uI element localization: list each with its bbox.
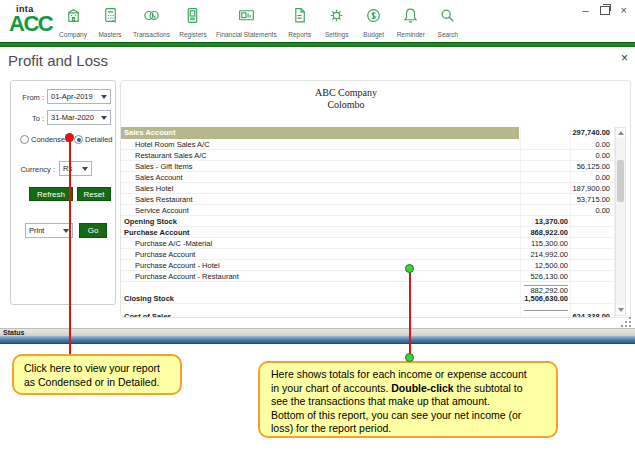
table-row[interactable]: Sales Account 0.00 xyxy=(121,172,614,183)
condensed-radio[interactable] xyxy=(20,135,29,144)
toolbar-item-reminder[interactable]: Reminder xyxy=(397,6,425,38)
window-close-button[interactable]: × xyxy=(621,6,627,15)
to-date-value: 31-Mar-2020 xyxy=(51,113,94,122)
window-controls: – × xyxy=(582,4,627,16)
table-row[interactable]: Purchase A/C -Material 115,300.00 xyxy=(121,238,614,249)
scroll-up-icon[interactable] xyxy=(616,128,625,138)
callout-text: see the transactions that make up that a… xyxy=(271,395,556,409)
from-date-select[interactable]: 01-Apr-2019 xyxy=(47,89,111,104)
resize-grip-icon[interactable] xyxy=(621,317,631,327)
company-name: ABC Company xyxy=(121,87,571,99)
print-value: Print xyxy=(29,226,44,235)
table-row-section-header[interactable]: Sales Account 297,740.00 xyxy=(121,127,614,139)
account-value: 624,338.00 xyxy=(572,311,610,318)
toolbar-item-label: Transactions xyxy=(133,31,170,38)
account-value: 115,300.00 xyxy=(531,238,568,249)
toolbar-item-label: Search xyxy=(438,31,459,38)
account-value: 868,922.00 xyxy=(530,227,568,238)
toolbar-item-registers[interactable]: Registers xyxy=(179,6,207,38)
table-row-group[interactable]: Opening Stock 13,370.00 xyxy=(121,216,614,227)
table-row[interactable]: Purchase Account - Restaurant 526,130.00 xyxy=(121,271,614,282)
account-value: 0.00 xyxy=(595,139,610,150)
toolbar-item-label: Settings xyxy=(325,31,349,38)
table-row-group[interactable]: Closing Stock 1,506,630.00 xyxy=(121,293,614,304)
bell-icon xyxy=(401,6,420,29)
section-header-band xyxy=(121,127,519,139)
account-label: Sales Restaurant xyxy=(135,194,193,205)
toolbar-item-label: Reports xyxy=(288,31,311,38)
condensed-radio-label: Condensed xyxy=(31,135,69,144)
currency-select[interactable]: Rs xyxy=(59,161,92,176)
calculator-icon xyxy=(101,6,120,29)
table-row[interactable]: Hotel Room Sales A/C 0.00 xyxy=(121,139,614,150)
account-value: 1,506,630.00 xyxy=(524,293,568,304)
table-row-group[interactable]: Purchase Account 868,922.00 xyxy=(121,227,614,238)
annotation-line-left xyxy=(69,141,71,354)
callout-text: Bottom of this report, you can see your … xyxy=(271,409,556,423)
close-icon[interactable]: × xyxy=(621,51,628,65)
table-row[interactable]: Service Account 0.00 xyxy=(121,205,614,216)
table-row[interactable]: Purchase Account 214,992.00 xyxy=(121,249,614,260)
scrollbar-thumb[interactable] xyxy=(617,160,624,202)
table-row-subtotal[interactable]: 882,292.00 xyxy=(121,285,614,293)
toolbar-item-label: Company xyxy=(59,31,87,38)
account-value: 0.00 xyxy=(595,150,610,161)
scroll-down-icon[interactable] xyxy=(616,305,625,315)
account-label: Purchase Account - Restaurant xyxy=(135,271,239,282)
toolbar-item-financial-statements[interactable]: Financial Statements xyxy=(216,6,277,38)
report-panel: ABC Company Colombo Sales Account 297,74… xyxy=(120,80,631,318)
table-row[interactable]: Restaurant Sales A/C 0.00 xyxy=(121,150,614,161)
account-label: Sales Account xyxy=(124,127,175,139)
callout-text: in your chart of accounts. Double-click … xyxy=(271,382,556,396)
table-row-clipped[interactable]: Cost of Sales 624,338.00 xyxy=(121,311,614,318)
annotation-red-dot xyxy=(65,133,74,142)
account-label: Purchase Account xyxy=(124,227,190,238)
toolbar-item-masters[interactable]: Masters xyxy=(96,6,124,38)
account-value: 12,500.00 xyxy=(535,260,568,271)
account-value: 0.00 xyxy=(595,205,610,216)
to-label: To : xyxy=(13,114,44,123)
vertical-scrollbar[interactable] xyxy=(615,127,626,316)
account-value: 297,740.00 xyxy=(572,127,610,139)
account-label: Sales Account xyxy=(135,172,183,183)
status-progress-bar xyxy=(0,336,635,344)
to-date-select[interactable]: 31-Mar-2020 xyxy=(47,110,111,125)
table-row[interactable]: Sales - Gift Items 56,125.00 xyxy=(121,161,614,172)
callout-left: Click here to view your report as Conden… xyxy=(12,354,182,395)
toolbar-item-settings[interactable]: Settings xyxy=(323,6,351,38)
refresh-button[interactable]: Refresh xyxy=(29,187,73,201)
account-value: 56,125.00 xyxy=(577,161,610,172)
toolbar-item-search[interactable]: Search xyxy=(434,6,462,38)
accent-divider-bar xyxy=(0,42,635,47)
chevron-down-icon xyxy=(101,116,107,120)
account-label: Service Account xyxy=(135,205,189,216)
toolbar-item-company[interactable]: Company xyxy=(59,6,87,38)
callout-text: loss) for the report period. xyxy=(271,422,556,436)
toolbar-item-transactions[interactable]: Transactions xyxy=(133,6,170,38)
account-label: Purchase Account - Hotel xyxy=(135,260,220,271)
minimize-button[interactable]: – xyxy=(582,6,588,15)
report-table: Sales Account 297,740.00 Hotel Room Sale… xyxy=(121,127,615,318)
callout-text: as Condensed or in Detailed. xyxy=(24,375,180,389)
detailed-radio[interactable] xyxy=(74,135,83,144)
monitor-chart-icon xyxy=(237,6,256,29)
document-icon xyxy=(290,6,309,29)
toolbar-item-label: Reminder xyxy=(397,31,425,38)
table-row[interactable]: Purchase Account - Hotel 12,500.00 xyxy=(121,260,614,271)
status-bar: Status xyxy=(0,328,635,336)
reset-button[interactable]: Reset xyxy=(77,187,111,201)
account-label: Sales - Gift Items xyxy=(135,161,193,172)
account-value: 187,900.00 xyxy=(572,183,610,194)
table-row[interactable]: Sales Restaurant 53,715.00 xyxy=(121,194,614,205)
account-value: 214,992.00 xyxy=(530,249,568,260)
table-row[interactable]: Sales Hotel 187,900.00 xyxy=(121,183,614,194)
app-logo: inta ACC xyxy=(9,5,61,35)
toolbar-item-reports[interactable]: Reports xyxy=(286,6,314,38)
toolbar-item-label: Masters xyxy=(98,31,121,38)
report-header: ABC Company Colombo xyxy=(121,87,571,111)
go-button[interactable]: Go xyxy=(79,223,107,238)
toolbar-item-budget[interactable]: Budget xyxy=(360,6,388,38)
account-value: 13,370.00 xyxy=(535,216,568,227)
print-select[interactable]: Print xyxy=(25,223,73,238)
maximize-button[interactable] xyxy=(600,6,610,15)
